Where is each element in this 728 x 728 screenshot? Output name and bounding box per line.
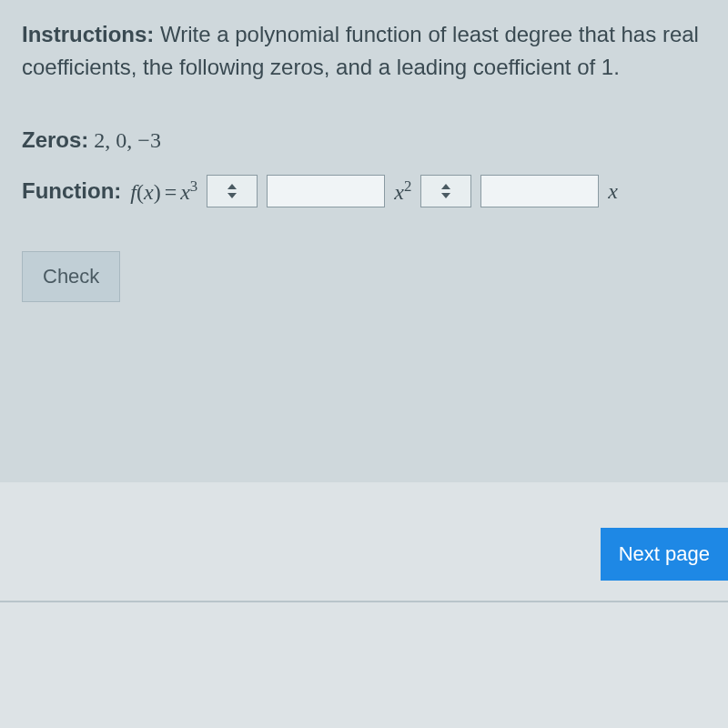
zeros-label: Zeros:: [22, 127, 88, 152]
function-line: Function: f(x)=x3 x2 x: [22, 175, 706, 207]
sign-select-1[interactable]: [207, 175, 258, 207]
coefficient-input-1[interactable]: [267, 175, 385, 207]
coefficient-input-2[interactable]: [480, 175, 599, 207]
lower-area: Next page: [0, 482, 728, 728]
updown-icon: [440, 183, 452, 199]
term-x2: x2: [394, 177, 411, 205]
sign-select-2[interactable]: [420, 175, 471, 207]
svg-marker-2: [441, 184, 450, 189]
svg-marker-3: [441, 193, 450, 198]
function-lhs: f(x)=x3: [130, 177, 197, 205]
function-label: Function:: [22, 178, 121, 204]
next-page-button[interactable]: Next page: [601, 528, 728, 581]
svg-marker-1: [228, 193, 237, 198]
svg-marker-0: [228, 184, 237, 189]
divider-line: [0, 601, 728, 602]
instructions-label: Instructions:: [22, 22, 154, 46]
term-x: x: [608, 179, 618, 204]
zeros-line: Zeros: 2, 0, −3: [22, 127, 706, 153]
instructions-text: Instructions: Write a polynomial functio…: [22, 18, 706, 84]
check-button[interactable]: Check: [22, 251, 120, 302]
zeros-values: 2, 0, −3: [88, 128, 161, 152]
updown-icon: [226, 183, 238, 199]
